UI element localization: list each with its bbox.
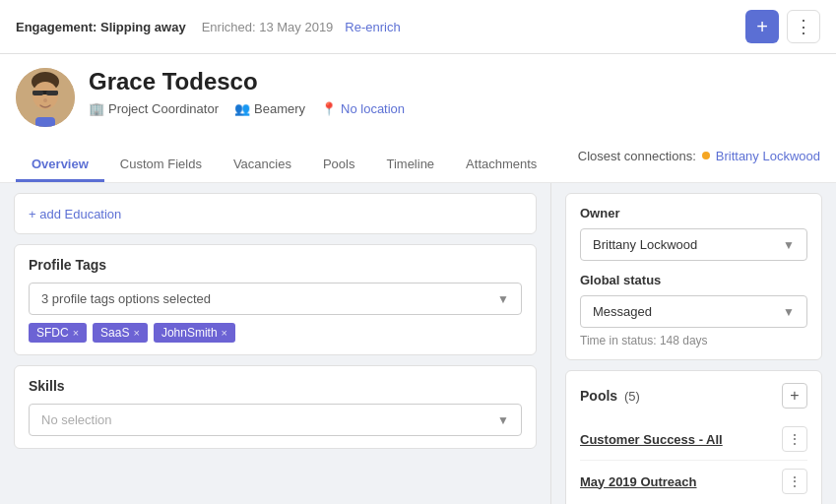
pool-more-button-2[interactable]: ⋮ bbox=[782, 469, 807, 494]
profile-meta: 🏢 Project Coordinator 👥 Beamery 📍 No loc… bbox=[89, 101, 405, 116]
closest-connections: Closest connections: Brittany Lockwood bbox=[578, 149, 820, 163]
owner-chevron-icon: ▼ bbox=[783, 238, 795, 252]
owner-dropdown[interactable]: Brittany Lockwood ▼ bbox=[580, 228, 807, 261]
re-enrich-link[interactable]: Re-enrich bbox=[345, 20, 400, 34]
main-layout: + add Education Profile Tags 3 profile t… bbox=[0, 183, 836, 504]
profile-info: Grace Todesco 🏢 Project Coordinator 👥 Be… bbox=[16, 68, 820, 127]
time-in-status: Time in status: 148 days bbox=[580, 334, 807, 347]
left-panel: + add Education Profile Tags 3 profile t… bbox=[0, 183, 550, 504]
tag-johnsmith-label: JohnSmith bbox=[161, 326, 218, 340]
closest-connections-label: Closest connections: bbox=[578, 149, 696, 163]
status-dropdown[interactable]: Messaged ▼ bbox=[580, 295, 807, 328]
add-education-link[interactable]: + add Education bbox=[29, 207, 121, 221]
engagement-value: Slipping away bbox=[100, 20, 186, 34]
profile-tags-value: 3 profile tags options selected bbox=[41, 291, 211, 306]
pools-header: Pools (5) + bbox=[580, 383, 807, 409]
location-link[interactable]: No location bbox=[341, 101, 405, 116]
pools-add-button[interactable]: + bbox=[782, 383, 807, 409]
top-bar-actions: + ⋮ bbox=[745, 10, 820, 43]
location-icon: 📍 bbox=[321, 101, 337, 116]
svg-point-6 bbox=[43, 98, 47, 102]
profile-details: Grace Todesco 🏢 Project Coordinator 👥 Be… bbox=[89, 68, 405, 116]
global-status-label: Global status bbox=[580, 273, 807, 287]
profile-name: Grace Todesco bbox=[89, 68, 405, 95]
role-label: Project Coordinator bbox=[108, 101, 219, 116]
tab-attachments[interactable]: Attachments bbox=[450, 149, 552, 182]
connections-wrapper: Closest connections: Brittany Lockwood bbox=[562, 149, 820, 173]
more-options-button[interactable]: ⋮ bbox=[787, 10, 820, 43]
pool-name-1[interactable]: Customer Success - All bbox=[580, 432, 723, 447]
tab-custom-fields[interactable]: Custom Fields bbox=[104, 149, 218, 182]
status-chevron-icon: ▼ bbox=[783, 305, 795, 319]
enriched-label: Enriched: 13 May 2019 bbox=[202, 20, 334, 34]
connections-name[interactable]: Brittany Lockwood bbox=[716, 149, 820, 163]
pools-title-text: Pools bbox=[580, 388, 617, 404]
company-label: Beamery bbox=[254, 101, 305, 116]
tag-sfdc-remove[interactable]: × bbox=[73, 327, 79, 339]
location-item: 📍 No location bbox=[321, 101, 405, 116]
tag-saas-remove[interactable]: × bbox=[133, 327, 139, 339]
tags-row: SFDC × SaaS × JohnSmith × bbox=[29, 323, 522, 343]
tag-saas: SaaS × bbox=[93, 323, 148, 343]
tag-sfdc: SFDC × bbox=[29, 323, 87, 343]
skills-card: Skills No selection ▼ bbox=[14, 365, 537, 449]
owner-value: Brittany Lockwood bbox=[593, 237, 697, 252]
company-icon: 👥 bbox=[234, 101, 250, 116]
chevron-down-icon: ▼ bbox=[497, 292, 509, 306]
tag-johnsmith: JohnSmith × bbox=[154, 323, 235, 343]
status-value: Messaged bbox=[593, 304, 652, 319]
skills-title: Skills bbox=[29, 378, 522, 394]
profile-tags-card: Profile Tags 3 profile tags options sele… bbox=[14, 244, 537, 355]
owner-label: Owner bbox=[580, 206, 807, 220]
pools-card: Pools (5) + Customer Success - All ⋮ May… bbox=[565, 370, 822, 504]
engagement-label: Engagement: Slipping away bbox=[16, 20, 186, 34]
tag-saas-label: SaaS bbox=[100, 326, 129, 340]
nav-tabs: Overview Custom Fields Vacancies Pools T… bbox=[16, 149, 562, 182]
tab-timeline[interactable]: Timeline bbox=[370, 149, 450, 182]
skills-chevron-icon: ▼ bbox=[497, 413, 509, 427]
tag-johnsmith-remove[interactable]: × bbox=[222, 327, 227, 339]
pool-item-1: Customer Success - All ⋮ bbox=[580, 418, 807, 461]
owner-card: Owner Brittany Lockwood ▼ Global status … bbox=[565, 193, 822, 360]
pool-item-2: May 2019 Outreach ⋮ bbox=[580, 461, 807, 502]
pools-count: (5) bbox=[624, 389, 640, 404]
skills-placeholder: No selection bbox=[41, 412, 112, 427]
header-row2: Overview Custom Fields Vacancies Pools T… bbox=[16, 139, 820, 182]
right-panel: Owner Brittany Lockwood ▼ Global status … bbox=[550, 183, 836, 504]
tab-pools[interactable]: Pools bbox=[307, 149, 371, 182]
add-button[interactable]: + bbox=[745, 10, 779, 43]
status-row: Global status Messaged ▼ Time in status:… bbox=[580, 273, 807, 347]
company-item: 👥 Beamery bbox=[234, 101, 305, 116]
role-icon: 🏢 bbox=[89, 101, 104, 116]
profile-tags-dropdown[interactable]: 3 profile tags options selected ▼ bbox=[29, 283, 522, 315]
connections-dot bbox=[702, 152, 710, 159]
svg-rect-4 bbox=[32, 91, 43, 95]
tab-overview[interactable]: Overview bbox=[16, 149, 104, 182]
skills-dropdown[interactable]: No selection ▼ bbox=[29, 404, 522, 436]
nav-tabs-wrapper: Overview Custom Fields Vacancies Pools T… bbox=[16, 139, 562, 182]
tag-sfdc-label: SFDC bbox=[36, 326, 69, 340]
tab-vacancies[interactable]: Vacancies bbox=[218, 149, 307, 182]
profile-header: Grace Todesco 🏢 Project Coordinator 👥 Be… bbox=[0, 54, 836, 183]
top-bar: Engagement: Slipping away Enriched: 13 M… bbox=[0, 0, 836, 54]
profile-tags-title: Profile Tags bbox=[29, 257, 522, 273]
avatar bbox=[16, 68, 75, 127]
engagement-prefix: Engagement: bbox=[16, 20, 96, 34]
pools-title: Pools (5) bbox=[580, 388, 640, 404]
role-item: 🏢 Project Coordinator bbox=[89, 101, 219, 116]
pool-name-2[interactable]: May 2019 Outreach bbox=[580, 474, 697, 489]
svg-rect-7 bbox=[35, 117, 55, 127]
education-card: + add Education bbox=[14, 193, 537, 234]
pool-more-button-1[interactable]: ⋮ bbox=[782, 426, 807, 452]
svg-rect-5 bbox=[46, 91, 58, 95]
